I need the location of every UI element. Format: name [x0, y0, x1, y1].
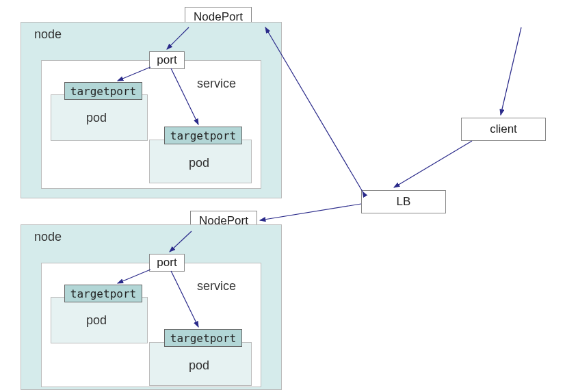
node-label-1: node [34, 27, 62, 42]
targetport-label-2b: targetport [170, 332, 236, 345]
svg-line-1 [394, 141, 472, 187]
svg-line-0 [501, 27, 521, 115]
lb-label: LB [397, 195, 411, 209]
pod-label-2a: pod [86, 313, 107, 328]
client-box: client [461, 118, 546, 141]
service-label-1: service [197, 77, 236, 91]
node-label-2: node [34, 230, 62, 244]
targetport-box-1b: targetport [164, 127, 242, 144]
targetport-box-2a: targetport [64, 285, 142, 302]
port-box-2: port [149, 254, 185, 272]
targetport-box-1a: targetport [64, 82, 142, 100]
svg-line-3 [260, 204, 361, 220]
service-label-2: service [197, 279, 236, 293]
targetport-label-1b: targetport [170, 129, 236, 142]
pod-label-2b: pod [189, 358, 209, 373]
port-label-2: port [157, 256, 176, 270]
pod-label-1b: pod [189, 156, 209, 170]
targetport-label-1a: targetport [70, 85, 136, 98]
client-label: client [490, 122, 517, 136]
port-label-1: port [157, 53, 176, 67]
targetport-label-2a: targetport [70, 287, 136, 300]
pod-label-1a: pod [86, 111, 107, 125]
targetport-box-2b: targetport [164, 329, 242, 347]
lb-box: LB [361, 190, 446, 213]
port-box-1: port [149, 51, 185, 69]
